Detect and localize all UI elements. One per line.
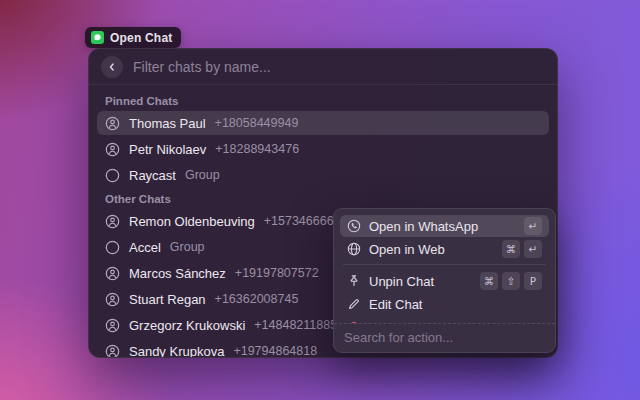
key-chip: ↵ (524, 240, 542, 258)
chat-subtitle: +19794864818 (233, 344, 317, 358)
whatsapp-icon (347, 219, 361, 233)
key-chip: ⌘ (480, 272, 498, 290)
key-chip: ⌘ (502, 240, 520, 258)
shortcut-keys: ⌘⇧P (480, 272, 542, 290)
chat-subtitle: Group (185, 168, 220, 182)
chat-subtitle: Group (170, 240, 205, 254)
menu-separator (343, 264, 546, 265)
chat-name: Sandy Krupkova (129, 344, 224, 359)
section-label-other-chats: Other Chats (105, 193, 541, 205)
chat-name: Marcos Sánchez (129, 266, 226, 281)
person-circle-icon (105, 292, 120, 307)
action-menu-list: Open in WhatsApp ↵ O (334, 209, 555, 323)
globe-icon (347, 242, 361, 256)
action-menu-item[interactable]: Edit Chat (340, 293, 549, 315)
chat-name: Remon Oldenbeuving (129, 214, 255, 229)
circle-icon (105, 168, 120, 183)
trash-icon (347, 320, 361, 323)
chevron-left-icon (106, 61, 118, 73)
open-chat-command-badge: Open Chat (85, 27, 181, 48)
filter-chats-input[interactable] (133, 59, 545, 75)
action-menu-item[interactable]: Delete Chat (340, 316, 549, 323)
key-chip: ↵ (524, 217, 542, 235)
chat-subtitle: +18288943476 (215, 142, 299, 156)
chat-name: Thomas Paul (129, 116, 206, 131)
key-chip: P (524, 272, 542, 290)
action-menu-item-label: Edit Chat (369, 297, 422, 312)
desktop-background: { "command_badge": { "label": "Open Chat… (0, 0, 640, 400)
action-menu-item-label: Open in WhatsApp (369, 219, 478, 234)
action-search-input[interactable] (344, 330, 545, 345)
chat-subtitle: +18058449949 (215, 116, 299, 130)
person-circle-icon (105, 344, 120, 359)
chat-subtitle: +14848211885 (254, 318, 337, 332)
chat-row[interactable]: Raycast Group (97, 163, 549, 187)
action-menu-item[interactable]: Unpin Chat ⌘⇧P (340, 270, 549, 292)
chat-name: Petr Nikolaev (129, 142, 206, 157)
chat-name: Stuart Regan (129, 292, 206, 307)
key-chip: ⇧ (502, 272, 520, 290)
open-chat-command-label: Open Chat (110, 31, 172, 45)
person-circle-icon (105, 318, 120, 333)
shortcut-keys: ⌘↵ (502, 240, 542, 258)
chat-subtitle: +19197807572 (235, 266, 319, 280)
section-label-pinned-chats: Pinned Chats (105, 95, 541, 107)
chat-subtitle: +16362008745 (215, 292, 299, 306)
chat-row[interactable]: Thomas Paul +18058449949 (97, 111, 549, 135)
action-search-bar (334, 323, 555, 352)
chat-name: Raycast (129, 168, 176, 183)
person-circle-icon (105, 214, 120, 229)
action-menu: Open in WhatsApp ↵ O (333, 208, 556, 353)
action-menu-item[interactable]: Open in Web ⌘↵ (340, 238, 549, 260)
action-menu-item[interactable]: Open in WhatsApp ↵ (340, 215, 549, 237)
action-menu-item-label: Unpin Chat (369, 274, 434, 289)
person-circle-icon (105, 116, 120, 131)
pin-icon (347, 274, 361, 288)
chat-name: Accel (129, 240, 161, 255)
action-menu-item-label: Open in Web (369, 242, 445, 257)
back-button[interactable] (101, 56, 123, 78)
pencil-icon (347, 297, 361, 311)
person-circle-icon (105, 266, 120, 281)
person-circle-icon (105, 142, 120, 157)
chat-name: Grzegorz Krukowski (129, 318, 245, 333)
shortcut-keys: ↵ (524, 217, 542, 235)
whatsapp-app-icon (91, 31, 104, 44)
circle-icon (105, 240, 120, 255)
search-bar (89, 49, 557, 85)
action-menu-item-label: Delete Chat (369, 320, 438, 324)
chat-row[interactable]: Petr Nikolaev +18288943476 (97, 137, 549, 161)
pinned-chats-group: Thomas Paul +18058449949 Petr Nikolaev +… (97, 111, 549, 187)
